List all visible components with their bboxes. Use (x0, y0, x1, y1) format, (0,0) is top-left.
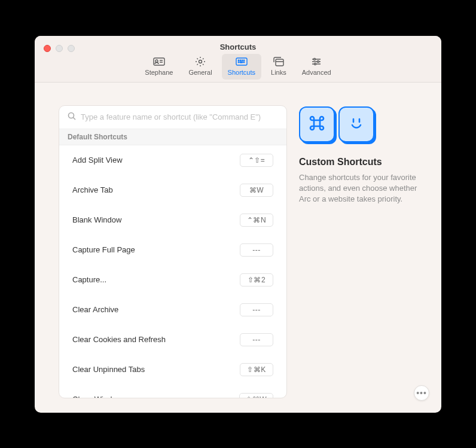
svg-point-19 (318, 60, 319, 62)
svg-line-22 (74, 117, 76, 120)
shortcut-name: Capture Full Page (72, 245, 135, 254)
titlebar: Shortcuts Stephane General Shortcuts (35, 36, 441, 83)
shortcut-key[interactable]: ⌃⇧= (240, 154, 273, 167)
tab-label: Links (271, 69, 286, 76)
window-stack-icon (273, 56, 285, 67)
info-title: Custom Shortcuts (299, 157, 417, 167)
hero-card-smiley (338, 106, 374, 142)
window-title: Shortcuts (35, 42, 441, 51)
list-item[interactable]: Capture Full Page--- (59, 235, 286, 265)
sliders-icon (310, 56, 322, 67)
list-item[interactable]: Add Split View⌃⇧= (59, 145, 286, 175)
shortcut-name: Capture... (72, 275, 106, 284)
svg-point-6 (238, 60, 239, 60)
search-input[interactable] (81, 112, 278, 121)
content-area: Default Shortcuts Add Split View⌃⇧= Arch… (35, 83, 441, 413)
svg-point-10 (238, 62, 239, 62)
gear-icon (194, 56, 206, 67)
tab-label: Shortcuts (228, 69, 255, 76)
list-item[interactable]: Capture...⇧⌘2 (59, 265, 286, 295)
command-icon (309, 115, 325, 134)
svg-point-7 (240, 60, 240, 60)
svg-rect-13 (276, 59, 283, 66)
search-icon (68, 112, 76, 123)
shortcut-name: Clear Archive (72, 305, 118, 314)
svg-rect-12 (240, 62, 243, 62)
list-item[interactable]: Archive Tab⌘W (59, 175, 286, 205)
shortcut-key[interactable]: ⇧⌘W (239, 393, 273, 398)
tab-shortcuts[interactable]: Shortcuts (222, 54, 261, 80)
svg-point-18 (314, 58, 316, 60)
search-row (59, 106, 286, 129)
shortcut-key[interactable]: ⇧⌘2 (240, 273, 273, 287)
shortcut-key[interactable]: --- (240, 333, 273, 346)
hero-card-command (299, 106, 335, 142)
svg-point-11 (243, 62, 244, 62)
preferences-window: Shortcuts Stephane General Shortcuts (35, 36, 441, 413)
shortcut-name: Clear Unpinned Tabs (72, 365, 145, 374)
tab-general[interactable]: General (182, 54, 218, 80)
info-description: Change shortcuts for your favorite actio… (299, 172, 417, 205)
list-item[interactable]: Close Window⇧⌘W (59, 385, 286, 398)
shortcut-key[interactable]: --- (240, 243, 273, 257)
shortcut-key[interactable]: --- (240, 303, 273, 316)
svg-point-20 (315, 63, 316, 65)
info-panel: Custom Shortcuts Change shortcuts for yo… (299, 105, 417, 413)
shortcut-name: Blank Window (72, 215, 121, 224)
shortcut-key[interactable]: ⌘W (240, 184, 273, 197)
list-item[interactable]: Blank Window⌃⌘N (59, 205, 286, 235)
list-item[interactable]: Clear Cookies and Refresh--- (59, 325, 286, 355)
svg-point-1 (155, 60, 158, 62)
more-button[interactable]: ••• (414, 385, 429, 401)
tab-links[interactable]: Links (265, 54, 292, 80)
tab-label: General (188, 69, 212, 76)
svg-point-9 (243, 60, 244, 60)
svg-point-4 (199, 60, 202, 63)
hero-icons (299, 106, 417, 142)
keyboard-icon (236, 56, 248, 67)
preference-tabs: Stephane General Shortcuts Links (35, 54, 441, 80)
shortcut-key[interactable]: ⌃⌘N (240, 214, 273, 227)
list-wrapper: Add Split View⌃⇧= Archive Tab⌘W Blank Wi… (59, 145, 286, 398)
list-item[interactable]: Clear Unpinned Tabs⇧⌘K (59, 355, 286, 385)
shortcuts-panel: Default Shortcuts Add Split View⌃⇧= Arch… (59, 105, 287, 398)
svg-point-21 (69, 112, 74, 118)
tab-label: Advanced (302, 69, 331, 76)
shortcut-key[interactable]: ⇧⌘K (240, 363, 273, 376)
shortcut-name: Close Window (72, 395, 122, 398)
id-card-icon (153, 56, 165, 67)
shortcuts-list[interactable]: Add Split View⌃⇧= Archive Tab⌘W Blank Wi… (59, 145, 286, 398)
shortcut-name: Archive Tab (72, 185, 113, 194)
list-item[interactable]: Clear Archive--- (59, 295, 286, 325)
shortcut-name: Clear Cookies and Refresh (72, 335, 166, 344)
svg-point-8 (242, 60, 242, 60)
tab-advanced[interactable]: Advanced (296, 54, 337, 80)
section-header: Default Shortcuts (59, 129, 286, 145)
shortcut-name: Add Split View (72, 156, 123, 164)
tab-label: Stephane (145, 69, 173, 76)
ellipsis-icon: ••• (416, 388, 427, 398)
smiley-icon (348, 115, 365, 134)
tab-stephane[interactable]: Stephane (139, 54, 179, 80)
